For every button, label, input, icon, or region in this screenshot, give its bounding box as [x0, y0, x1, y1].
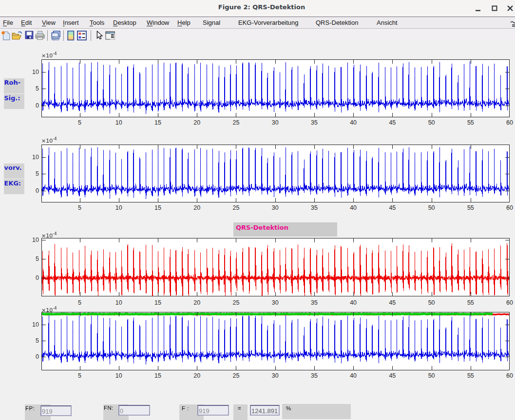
- link-plot-icon: [51, 31, 61, 40]
- xtick-label: 20: [193, 372, 200, 379]
- open-file-button[interactable]: [12, 31, 22, 41]
- xtick-label: 25: [232, 204, 239, 211]
- ytick-label: 5: [24, 170, 39, 177]
- fp-value-field[interactable]: [40, 405, 72, 416]
- menu-view[interactable]: View: [42, 19, 56, 26]
- menu-ansicht[interactable]: Ansicht: [377, 19, 398, 26]
- percent-label: %: [286, 405, 291, 411]
- eq-label: =: [238, 405, 241, 411]
- toolbar-separator: [47, 30, 48, 41]
- insert-legend-icon: [77, 31, 87, 40]
- fn-value-field[interactable]: [118, 405, 150, 416]
- y-exponent-label: ×10-4: [41, 231, 57, 239]
- new-figure-button[interactable]: [1, 31, 10, 41]
- menu-bar: FileEditViewInsertToolsDesktopWindowHelp…: [0, 17, 515, 29]
- dock-figure-icon: [105, 31, 115, 40]
- xtick-label: 20: [193, 119, 200, 126]
- menu-signal[interactable]: Signal: [203, 19, 220, 26]
- insert-colorbar-icon: [67, 31, 75, 40]
- menu-tools[interactable]: Tools: [90, 19, 104, 26]
- xtick-label: 25: [232, 372, 239, 379]
- minimize-button[interactable]: [474, 4, 483, 13]
- ytick-label: 5: [24, 85, 39, 92]
- menu-file[interactable]: File: [3, 19, 13, 26]
- title-bar[interactable]: Figure 2: QRS-Detektion: [0, 0, 515, 17]
- close-button[interactable]: [506, 4, 515, 13]
- dock-figure-button[interactable]: [105, 31, 114, 41]
- xtick-label: 5: [78, 299, 81, 306]
- xtick-label: 45: [389, 372, 396, 379]
- f-value-field[interactable]: [197, 405, 229, 416]
- toolbar-separator: [63, 30, 64, 41]
- xtick-label: 35: [311, 372, 318, 379]
- xtick-label: 15: [154, 119, 161, 126]
- xtick-label: 5: [78, 119, 81, 126]
- link-plot-button[interactable]: [51, 31, 60, 41]
- plot-qrs-detection[interactable]: [41, 238, 510, 296]
- plot-raw-ecg[interactable]: [41, 59, 510, 117]
- xtick-label: 40: [350, 204, 357, 211]
- f-label: F :: [182, 405, 189, 411]
- menu-edit[interactable]: Edit: [21, 19, 32, 26]
- xtick-label: 45: [389, 299, 396, 306]
- label-vorv: vorv.: [4, 164, 24, 179]
- xtick-label: 5: [78, 372, 81, 379]
- xtick-label: 60: [506, 204, 513, 211]
- new-figure-icon: [1, 31, 11, 40]
- ytick-label: 5: [24, 256, 39, 262]
- xtick-label: 50: [428, 372, 435, 379]
- save-figure-icon: [25, 31, 34, 40]
- ytick-label: 10: [24, 237, 39, 243]
- fn-label: FN:: [104, 405, 114, 411]
- eq-value-field[interactable]: [250, 405, 280, 416]
- xtick-label: 15: [154, 372, 161, 379]
- xtick-label: 55: [467, 119, 474, 126]
- xtick-label: 40: [350, 372, 357, 379]
- ytick-label: 10: [24, 69, 39, 75]
- insert-legend-button[interactable]: [77, 31, 86, 41]
- xtick-label: 15: [154, 204, 161, 211]
- qrs-title-box: QRS-Detektion: [233, 222, 337, 237]
- menu-qrs-detektion[interactable]: QRS-Detektion: [316, 19, 358, 26]
- menu-ekg-vorverarbeitung[interactable]: EKG-Vorverarbeitung: [238, 19, 299, 26]
- xtick-label: 50: [428, 119, 435, 126]
- print-figure-button[interactable]: [35, 31, 44, 41]
- edit-plot-button[interactable]: [95, 31, 102, 41]
- plot-detected-beats[interactable]: [41, 312, 510, 370]
- maximize-button[interactable]: [490, 4, 499, 13]
- xtick-label: 10: [115, 372, 122, 379]
- y-exponent-label: ×10-4: [41, 51, 57, 59]
- toolbar: [0, 29, 515, 42]
- ytick-label: 5: [24, 337, 39, 344]
- menu-overflow-icon: [510, 21, 515, 27]
- xtick-label: 55: [467, 372, 474, 379]
- xtick-label: 55: [467, 204, 474, 211]
- toolbar-separator: [91, 30, 91, 41]
- xtick-label: 30: [272, 299, 279, 306]
- matlab-figure-window: Figure 2: QRS-Detektion FileEditViewInse…: [0, 0, 515, 420]
- ytick-label: 0: [24, 187, 39, 194]
- insert-colorbar-button[interactable]: [67, 31, 74, 41]
- menu-window[interactable]: Window: [147, 19, 169, 26]
- xtick-label: 10: [115, 119, 122, 126]
- save-figure-button[interactable]: [25, 31, 33, 41]
- xtick-label: 45: [389, 119, 396, 126]
- xtick-label: 35: [311, 299, 318, 306]
- xtick-label: 40: [350, 119, 357, 126]
- menu-insert[interactable]: Insert: [63, 19, 79, 26]
- plot-preprocessed-ecg[interactable]: [41, 145, 510, 202]
- label-sig: Sig.:: [4, 94, 24, 109]
- menu-help[interactable]: Help: [177, 19, 191, 26]
- label-roh: Roh-: [4, 78, 24, 93]
- xtick-label: 30: [272, 119, 279, 126]
- xtick-label: 45: [389, 204, 396, 211]
- label-ekg: EKG:: [4, 179, 24, 194]
- menu-desktop[interactable]: Desktop: [113, 19, 136, 26]
- xtick-label: 10: [115, 299, 122, 306]
- y-exponent-label: ×10-4: [41, 306, 57, 313]
- xtick-label: 25: [232, 119, 239, 126]
- xtick-label: 60: [506, 299, 513, 306]
- ytick-label: 10: [24, 154, 39, 161]
- xtick-label: 50: [428, 299, 435, 306]
- window-title: Figure 2: QRS-Detektion: [8, 3, 515, 11]
